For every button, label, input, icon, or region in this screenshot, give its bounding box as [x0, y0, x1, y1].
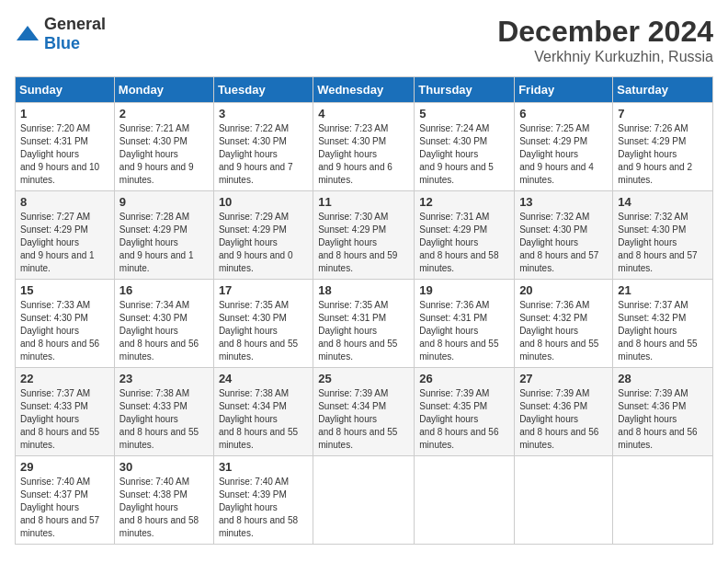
day-number: 5 — [419, 107, 509, 121]
calendar-cell: 7 Sunrise: 7:26 AMSunset: 4:29 PMDayligh… — [613, 103, 713, 191]
calendar-week-5: 29 Sunrise: 7:40 AMSunset: 4:37 PMDaylig… — [16, 456, 713, 545]
calendar-cell: 27 Sunrise: 7:39 AMSunset: 4:36 PMDaylig… — [515, 368, 613, 456]
day-header-wednesday: Wednesday — [313, 77, 415, 103]
day-number: 26 — [419, 372, 509, 385]
month-title: December 2024 — [497, 15, 713, 49]
day-info: Sunrise: 7:39 AMSunset: 4:36 PMDaylight … — [519, 387, 608, 452]
calendar-header-row: SundayMondayTuesdayWednesdayThursdayFrid… — [16, 77, 713, 103]
day-info: Sunrise: 7:37 AMSunset: 4:32 PMDaylight … — [618, 299, 708, 363]
day-number: 25 — [318, 372, 409, 385]
calendar-cell: 19 Sunrise: 7:36 AMSunset: 4:31 PMDaylig… — [415, 280, 515, 368]
day-info: Sunrise: 7:31 AMSunset: 4:29 PMDaylight … — [419, 211, 509, 275]
day-number: 23 — [119, 372, 209, 385]
day-number: 11 — [318, 195, 409, 209]
calendar-cell: 16 Sunrise: 7:34 AMSunset: 4:30 PMDaylig… — [114, 280, 213, 368]
day-number: 12 — [419, 195, 509, 209]
calendar-cell: 15 Sunrise: 7:33 AMSunset: 4:30 PMDaylig… — [16, 280, 115, 368]
day-info: Sunrise: 7:37 AMSunset: 4:33 PMDaylight … — [20, 387, 109, 452]
calendar-cell: 25 Sunrise: 7:39 AMSunset: 4:34 PMDaylig… — [313, 368, 415, 456]
day-number: 2 — [119, 107, 209, 121]
day-number: 31 — [219, 460, 308, 474]
day-info: Sunrise: 7:24 AMSunset: 4:30 PMDaylight … — [419, 122, 509, 187]
day-number: 19 — [419, 283, 509, 297]
day-info: Sunrise: 7:36 AMSunset: 4:31 PMDaylight … — [419, 299, 509, 363]
calendar-cell: 24 Sunrise: 7:38 AMSunset: 4:34 PMDaylig… — [213, 368, 313, 456]
day-number: 24 — [219, 372, 308, 385]
day-number: 18 — [318, 283, 409, 297]
logo: General Blue — [15, 15, 106, 53]
calendar-cell — [415, 456, 515, 545]
day-number: 3 — [219, 107, 308, 121]
day-number: 22 — [20, 372, 109, 385]
calendar-cell: 1 Sunrise: 7:20 AMSunset: 4:31 PMDayligh… — [16, 103, 115, 191]
day-info: Sunrise: 7:28 AMSunset: 4:29 PMDaylight … — [119, 211, 209, 275]
day-info: Sunrise: 7:40 AMSunset: 4:38 PMDaylight … — [119, 476, 209, 540]
day-header-thursday: Thursday — [415, 77, 515, 103]
calendar-cell: 23 Sunrise: 7:38 AMSunset: 4:33 PMDaylig… — [114, 368, 213, 456]
page-header: General Blue December 2024 Verkhniy Kurk… — [15, 15, 713, 65]
day-number: 21 — [618, 283, 708, 297]
day-info: Sunrise: 7:21 AMSunset: 4:30 PMDaylight … — [119, 122, 209, 187]
svg-marker-0 — [17, 26, 39, 40]
calendar-cell: 20 Sunrise: 7:36 AMSunset: 4:32 PMDaylig… — [515, 280, 613, 368]
day-info: Sunrise: 7:40 AMSunset: 4:37 PMDaylight … — [20, 476, 109, 540]
calendar-week-2: 8 Sunrise: 7:27 AMSunset: 4:29 PMDayligh… — [16, 191, 713, 280]
day-info: Sunrise: 7:39 AMSunset: 4:35 PMDaylight … — [419, 387, 509, 452]
day-header-monday: Monday — [114, 77, 213, 103]
calendar-cell: 13 Sunrise: 7:32 AMSunset: 4:30 PMDaylig… — [515, 191, 613, 280]
logo-icon — [15, 24, 40, 44]
logo-blue: Blue — [44, 34, 80, 52]
calendar-cell: 12 Sunrise: 7:31 AMSunset: 4:29 PMDaylig… — [415, 191, 515, 280]
day-info: Sunrise: 7:22 AMSunset: 4:30 PMDaylight … — [219, 122, 308, 187]
day-info: Sunrise: 7:39 AMSunset: 4:34 PMDaylight … — [318, 387, 409, 452]
day-header-saturday: Saturday — [613, 77, 713, 103]
day-number: 6 — [519, 107, 608, 121]
calendar-week-3: 15 Sunrise: 7:33 AMSunset: 4:30 PMDaylig… — [16, 280, 713, 368]
calendar-cell: 8 Sunrise: 7:27 AMSunset: 4:29 PMDayligh… — [16, 191, 115, 280]
calendar-cell: 4 Sunrise: 7:23 AMSunset: 4:30 PMDayligh… — [313, 103, 415, 191]
day-number: 1 — [20, 107, 109, 121]
day-info: Sunrise: 7:38 AMSunset: 4:33 PMDaylight … — [119, 387, 209, 452]
day-number: 29 — [20, 460, 109, 474]
day-info: Sunrise: 7:23 AMSunset: 4:30 PMDaylight … — [318, 122, 409, 187]
calendar-cell: 14 Sunrise: 7:32 AMSunset: 4:30 PMDaylig… — [613, 191, 713, 280]
day-header-sunday: Sunday — [16, 77, 115, 103]
day-info: Sunrise: 7:29 AMSunset: 4:29 PMDaylight … — [219, 211, 308, 275]
calendar-cell: 26 Sunrise: 7:39 AMSunset: 4:35 PMDaylig… — [415, 368, 515, 456]
day-number: 20 — [519, 283, 608, 297]
day-info: Sunrise: 7:27 AMSunset: 4:29 PMDaylight … — [20, 211, 109, 275]
day-number: 7 — [618, 107, 708, 121]
day-info: Sunrise: 7:20 AMSunset: 4:31 PMDaylight … — [20, 122, 109, 187]
day-number: 13 — [519, 195, 608, 209]
calendar-cell: 30 Sunrise: 7:40 AMSunset: 4:38 PMDaylig… — [114, 456, 213, 545]
day-info: Sunrise: 7:34 AMSunset: 4:30 PMDaylight … — [119, 299, 209, 363]
day-number: 14 — [618, 195, 708, 209]
location-title: Verkhniy Kurkuzhin, Russia — [497, 49, 713, 65]
calendar-cell: 3 Sunrise: 7:22 AMSunset: 4:30 PMDayligh… — [213, 103, 313, 191]
day-info: Sunrise: 7:40 AMSunset: 4:39 PMDaylight … — [219, 476, 308, 540]
calendar-cell: 5 Sunrise: 7:24 AMSunset: 4:30 PMDayligh… — [415, 103, 515, 191]
day-number: 15 — [20, 283, 109, 297]
calendar-cell: 18 Sunrise: 7:35 AMSunset: 4:31 PMDaylig… — [313, 280, 415, 368]
day-header-tuesday: Tuesday — [213, 77, 313, 103]
calendar-cell: 10 Sunrise: 7:29 AMSunset: 4:29 PMDaylig… — [213, 191, 313, 280]
calendar-cell: 29 Sunrise: 7:40 AMSunset: 4:37 PMDaylig… — [16, 456, 115, 545]
calendar-cell: 17 Sunrise: 7:35 AMSunset: 4:30 PMDaylig… — [213, 280, 313, 368]
calendar-cell: 21 Sunrise: 7:37 AMSunset: 4:32 PMDaylig… — [613, 280, 713, 368]
day-info: Sunrise: 7:38 AMSunset: 4:34 PMDaylight … — [219, 387, 308, 452]
calendar-cell: 31 Sunrise: 7:40 AMSunset: 4:39 PMDaylig… — [213, 456, 313, 545]
day-info: Sunrise: 7:25 AMSunset: 4:29 PMDaylight … — [519, 122, 608, 187]
calendar-cell: 2 Sunrise: 7:21 AMSunset: 4:30 PMDayligh… — [114, 103, 213, 191]
title-block: December 2024 Verkhniy Kurkuzhin, Russia — [497, 15, 713, 65]
calendar-cell: 11 Sunrise: 7:30 AMSunset: 4:29 PMDaylig… — [313, 191, 415, 280]
day-info: Sunrise: 7:35 AMSunset: 4:30 PMDaylight … — [219, 299, 308, 363]
day-info: Sunrise: 7:35 AMSunset: 4:31 PMDaylight … — [318, 299, 409, 363]
day-info: Sunrise: 7:32 AMSunset: 4:30 PMDaylight … — [519, 211, 608, 275]
day-number: 30 — [119, 460, 209, 474]
calendar-week-4: 22 Sunrise: 7:37 AMSunset: 4:33 PMDaylig… — [16, 368, 713, 456]
calendar-cell — [613, 456, 713, 545]
day-number: 17 — [219, 283, 308, 297]
calendar-cell — [515, 456, 613, 545]
day-number: 27 — [519, 372, 608, 385]
day-number: 4 — [318, 107, 409, 121]
